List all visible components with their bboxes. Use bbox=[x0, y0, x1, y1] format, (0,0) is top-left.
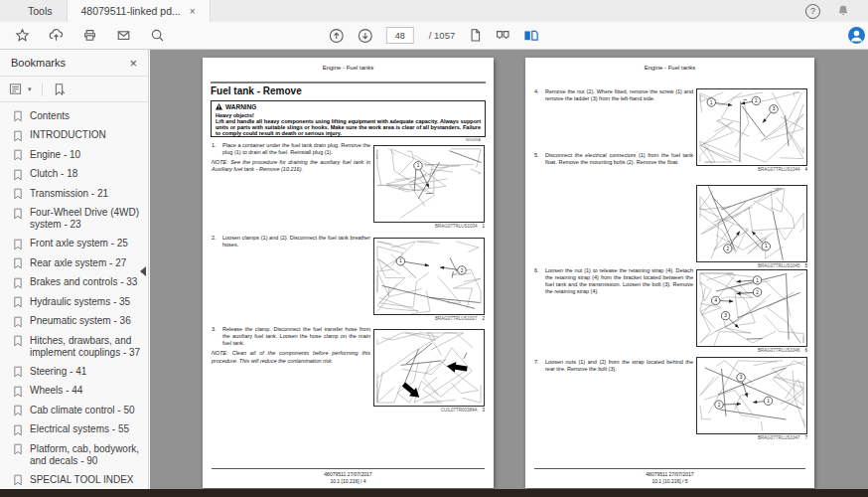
bookmark-label: SPECIAL TOOL INDEX bbox=[30, 474, 144, 486]
step-number: 2. bbox=[212, 235, 219, 248]
bookmark-item[interactable]: Hydraulic systems - 35 bbox=[0, 292, 148, 312]
step-number: 4. bbox=[534, 88, 542, 102]
bookmark-item[interactable]: Front axle system - 25 bbox=[0, 235, 148, 254]
bookmark-item[interactable]: Rear axle system - 27 bbox=[0, 253, 148, 273]
bookmark-item[interactable]: Engine - 10 bbox=[0, 145, 148, 165]
bookmark-item[interactable]: SPECIAL TOOL INDEX bbox=[0, 470, 148, 490]
close-tab-icon[interactable]: × bbox=[190, 6, 196, 17]
figure: 321BRAG07TRLUS10477 bbox=[696, 357, 807, 440]
procedure-step: 2.Loosen clamps (1) and (2). Disconnect … bbox=[212, 235, 370, 248]
bookmark-item[interactable]: Platform, cab, bodywork, and decals - 90 bbox=[0, 439, 148, 470]
procedure-step: 4.Remove the nut (2). Where fitted, remo… bbox=[534, 88, 693, 102]
step-text: Disconnect the electrical connectors (1)… bbox=[545, 152, 693, 166]
bookmark-label: Pneumatic system - 36 bbox=[30, 315, 144, 327]
two-page-view-icon[interactable] bbox=[523, 28, 539, 43]
figure-caption-number: 7 bbox=[804, 435, 807, 440]
share-upload-icon[interactable] bbox=[49, 28, 64, 43]
procedure-step: 6.Loosen the nut (1) to release the reta… bbox=[534, 267, 693, 296]
svg-text:1: 1 bbox=[417, 163, 420, 168]
figure-caption-number: 4 bbox=[804, 167, 807, 172]
step-number: 7. bbox=[534, 359, 542, 373]
page-running-header: Engine - Fuel tanks bbox=[525, 65, 814, 71]
taskbar-edge bbox=[0, 489, 868, 497]
svg-text:1: 1 bbox=[710, 100, 713, 105]
previous-page-button[interactable] bbox=[329, 28, 345, 44]
bookmark-item[interactable]: Four-Wheel Drive (4WD) system - 23 bbox=[0, 204, 148, 235]
bookmark-item[interactable]: INTRODUCTION bbox=[0, 126, 148, 146]
scroll-mode-icon[interactable] bbox=[496, 28, 510, 43]
figure-caption-number: 6 bbox=[804, 348, 807, 353]
figure-frame: 12 bbox=[373, 238, 485, 315]
warning-label: WARNING bbox=[225, 103, 256, 110]
step-text: Loosen clamps (1) and (2). Disconnect th… bbox=[222, 235, 370, 248]
notifications-bell-icon[interactable] bbox=[836, 4, 850, 18]
svg-text:3: 3 bbox=[724, 313, 727, 318]
bookmark-ribbon-icon bbox=[13, 335, 23, 347]
svg-text:2: 2 bbox=[755, 98, 758, 103]
svg-text:2: 2 bbox=[756, 290, 759, 295]
step-text: Place a container under the fuel tank dr… bbox=[222, 142, 370, 156]
pdf-page-right: Engine - Fuel tanks 4.Remove the nut (2)… bbox=[525, 58, 814, 488]
add-bookmark-icon[interactable] bbox=[53, 83, 66, 96]
tabbar-right: ? bbox=[805, 0, 868, 22]
main-toolbar: / 1057 bbox=[0, 22, 868, 50]
bookmark-ribbon-icon bbox=[13, 443, 23, 455]
bookmark-item[interactable]: Wheels - 44 bbox=[0, 382, 148, 402]
bookmark-options-icon[interactable] bbox=[9, 83, 22, 95]
step-text: Loosen nuts (1) and (2) from the strap l… bbox=[545, 359, 693, 373]
bookmark-label: Hydraulic systems - 35 bbox=[30, 296, 144, 308]
bookmark-item[interactable]: Transmission - 21 bbox=[0, 184, 148, 204]
tab-bar: Tools 48079511-linked pd... × ? bbox=[0, 0, 868, 23]
bookmark-label: Front axle system - 25 bbox=[30, 238, 144, 249]
procedure-step: 7.Loosen nuts (1) and (2) from the strap… bbox=[534, 359, 693, 373]
bookmark-label: Transmission - 21 bbox=[30, 188, 144, 200]
procedure-step: 1.Place a container under the fuel tank … bbox=[212, 142, 370, 174]
page-footer: 48079511 27/07/2017 10.1 [10.216] / 4 bbox=[212, 468, 485, 486]
account-avatar[interactable] bbox=[848, 27, 865, 44]
bookmark-item[interactable]: Electrical systems - 55 bbox=[0, 420, 148, 440]
tab-tools[interactable]: Tools bbox=[14, 0, 67, 22]
title-rule bbox=[211, 82, 486, 83]
warning-body: Lift and handle all heavy components usi… bbox=[216, 118, 481, 137]
figure-caption: BRAG07TRLUS10341 bbox=[373, 224, 485, 229]
svg-text:2: 2 bbox=[718, 403, 721, 408]
bookmark-item[interactable]: Pneumatic system - 36 bbox=[0, 312, 148, 332]
bookmark-item[interactable]: Clutch - 18 bbox=[0, 165, 148, 185]
search-icon[interactable] bbox=[150, 28, 165, 43]
svg-text:1: 1 bbox=[765, 244, 768, 248]
footer-page-ref: 10.1 [10.216] / 5 bbox=[534, 478, 805, 485]
bookmark-label: Engine - 10 bbox=[30, 149, 144, 161]
close-panel-icon[interactable]: × bbox=[129, 56, 137, 71]
bookmark-ribbon-icon bbox=[13, 149, 23, 161]
bookmark-item[interactable]: Contents bbox=[0, 106, 148, 126]
figure-caption: BRAG07TRLUS10444 bbox=[696, 167, 807, 172]
star-icon[interactable] bbox=[15, 28, 30, 43]
figure-frame: 123 bbox=[696, 88, 807, 166]
bookmark-ribbon-icon bbox=[13, 130, 23, 142]
bookmark-ribbon-icon bbox=[13, 366, 23, 378]
next-page-button[interactable] bbox=[358, 28, 373, 44]
tab-document[interactable]: 48079511-linked pd... × bbox=[67, 0, 211, 22]
bookmark-list: ContentsINTRODUCTIONEngine - 10Clutch - … bbox=[0, 102, 148, 490]
figure-caption-code: CUIL07TR00384A bbox=[441, 408, 478, 413]
options-caret-icon[interactable]: ▾ bbox=[28, 85, 32, 93]
email-icon[interactable] bbox=[116, 28, 131, 43]
figure-caption: CUIL07TR00384A3 bbox=[373, 408, 485, 413]
print-icon[interactable] bbox=[82, 28, 97, 43]
svg-text:3: 3 bbox=[773, 106, 776, 111]
bookmark-item[interactable]: Cab climate control - 50 bbox=[0, 401, 148, 420]
figure-caption-number: 2 bbox=[482, 316, 485, 321]
bookmark-label: Four-Wheel Drive (4WD) system - 23 bbox=[30, 207, 144, 231]
collapse-panel-handle[interactable] bbox=[140, 266, 146, 276]
bookmark-item[interactable]: Brakes and controls - 33 bbox=[0, 273, 148, 293]
help-icon[interactable]: ? bbox=[805, 4, 820, 19]
bookmark-ribbon-icon bbox=[13, 110, 23, 122]
bookmark-label: Hitches, drawbars, and implement couplin… bbox=[30, 335, 144, 359]
figure-caption-code: BRAG07TRLUS1034 bbox=[435, 224, 478, 229]
document-pane[interactable]: Engine - Fuel tanks Fuel tank - Remove W… bbox=[150, 50, 868, 489]
bookmark-item[interactable]: Hitches, drawbars, and implement couplin… bbox=[0, 331, 148, 362]
figure: 1BRAG07TRLUS10341 bbox=[373, 145, 485, 229]
single-page-icon[interactable] bbox=[468, 28, 483, 43]
bookmark-item[interactable]: Steering - 41 bbox=[0, 362, 148, 382]
page-number-input[interactable] bbox=[386, 27, 414, 44]
